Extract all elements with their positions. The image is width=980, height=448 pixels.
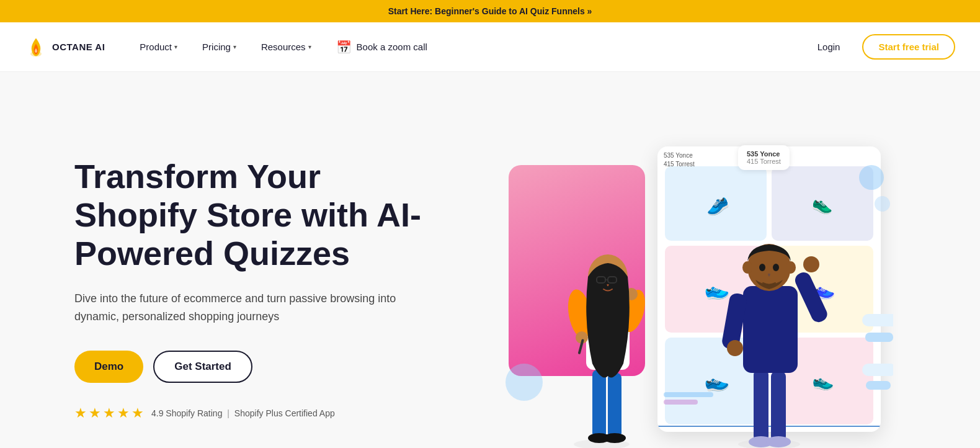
svg-rect-3 — [608, 373, 621, 438]
zoom-label: Book a zoom call — [357, 42, 427, 52]
svg-rect-36 — [866, 381, 891, 390]
zoom-call-link[interactable]: 📅 Book a zoom call — [326, 35, 437, 60]
svg-rect-25 — [793, 270, 829, 325]
svg-rect-34 — [865, 333, 893, 342]
svg-rect-2 — [592, 370, 606, 438]
hero-right: 535 Yonce 415 Torrest 👟 👟 👟 👟 👟 — [434, 109, 930, 448]
login-button[interactable]: Login — [808, 37, 850, 57]
banner-text: Start Here: Beginner's Guide to AI Quiz … — [388, 6, 592, 16]
get-started-button[interactable]: Get Started — [153, 351, 252, 383]
hero-subtitle: Dive into the future of ecommerce and tu… — [74, 290, 397, 326]
top-banner[interactable]: Start Here: Beginner's Guide to AI Quiz … — [0, 0, 980, 22]
star-3: ★ — [103, 405, 115, 421]
hero-rating: ★ ★ ★ ★ ★ 4.9 Shopify Rating | Shopify P… — [74, 405, 434, 421]
resources-menu[interactable]: Resources ▾ — [251, 37, 321, 57]
logo-text: OCTANE AI — [52, 42, 105, 52]
hero-section: Transform Your Shopify Store with AI-Pow… — [0, 72, 980, 448]
star-2: ★ — [89, 405, 101, 421]
characters-illustration — [471, 128, 893, 448]
demo-button[interactable]: Demo — [74, 351, 143, 383]
svg-point-31 — [742, 261, 752, 274]
svg-rect-35 — [862, 364, 893, 376]
flame-icon — [25, 36, 47, 58]
pricing-chevron-icon: ▾ — [233, 43, 236, 50]
product-label: Product — [140, 42, 172, 52]
pricing-label: Pricing — [202, 42, 231, 52]
svg-rect-20 — [771, 372, 786, 441]
product-menu[interactable]: Product ▾ — [130, 37, 187, 57]
pricing-menu[interactable]: Pricing ▾ — [192, 37, 246, 57]
hero-title: Transform Your Shopify Store with AI-Pow… — [74, 157, 434, 272]
zoom-icon: 📅 — [336, 40, 352, 55]
svg-rect-19 — [754, 370, 768, 441]
resources-label: Resources — [261, 42, 306, 52]
start-trial-button[interactable]: Start free trial — [862, 34, 955, 60]
info-line-1: 535 Yonce — [747, 150, 781, 158]
svg-rect-33 — [862, 314, 893, 326]
info-panel: 535 Yonce 415 Torrest — [738, 145, 790, 170]
svg-point-27 — [803, 256, 819, 272]
nav-right: Login Start free trial — [808, 34, 955, 60]
svg-point-32 — [786, 261, 796, 274]
navbar: OCTANE AI Product ▾ Pricing ▾ Resources … — [0, 22, 980, 72]
hero-left: Transform Your Shopify Store with AI-Pow… — [74, 157, 434, 421]
svg-point-22 — [766, 436, 791, 447]
svg-point-5 — [604, 433, 626, 443]
product-chevron-icon: ▾ — [174, 43, 177, 50]
svg-point-26 — [727, 340, 743, 356]
svg-rect-23 — [743, 286, 798, 373]
resources-chevron-icon: ▾ — [308, 43, 311, 50]
info-line-2: 415 Torrest — [747, 158, 781, 165]
svg-point-30 — [773, 264, 779, 271]
hero-illustration: 535 Yonce 415 Torrest 👟 👟 👟 👟 👟 — [471, 128, 893, 448]
star-1: ★ — [74, 405, 87, 421]
svg-point-29 — [759, 264, 765, 271]
star-rating: ★ ★ ★ ★ ★ — [74, 405, 144, 421]
hero-buttons: Demo Get Started — [74, 351, 434, 383]
star-4: ★ — [117, 405, 130, 421]
nav-links: Product ▾ Pricing ▾ Resources ▾ 📅 Book a… — [130, 35, 807, 60]
star-5: ★ — [131, 405, 144, 421]
rating-text: 4.9 Shopify Rating | Shopify Plus Certif… — [151, 408, 335, 418]
logo[interactable]: OCTANE AI — [25, 36, 105, 58]
